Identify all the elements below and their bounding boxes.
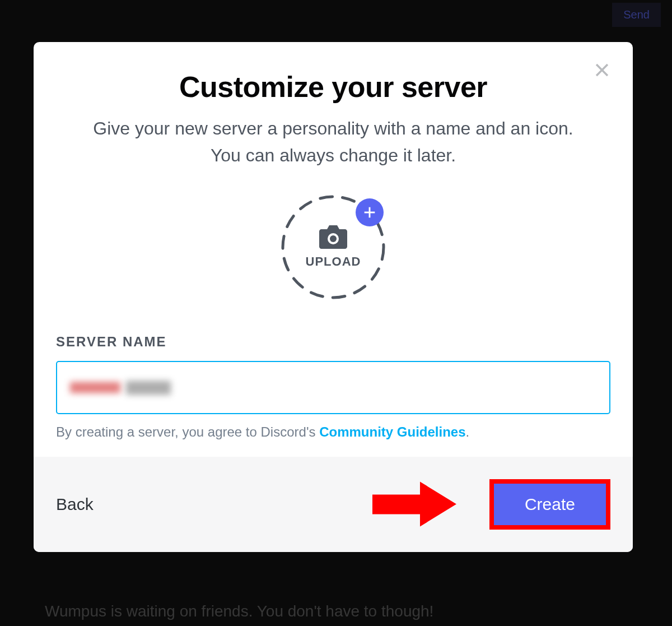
plus-icon bbox=[362, 205, 377, 220]
create-button[interactable]: Create bbox=[494, 484, 606, 525]
upload-icon-button[interactable]: UPLOAD bbox=[280, 194, 386, 300]
arrow-annotation-icon bbox=[372, 481, 456, 528]
community-guidelines-link[interactable]: Community Guidelines bbox=[319, 424, 465, 439]
tos-prefix: By creating a server, you agree to Disco… bbox=[56, 424, 319, 439]
close-button[interactable] bbox=[591, 59, 613, 81]
server-name-label: SERVER NAME bbox=[56, 334, 610, 350]
svg-marker-7 bbox=[372, 482, 456, 527]
modal-body: Customize your server Give your new serv… bbox=[34, 42, 633, 457]
close-icon bbox=[592, 61, 612, 80]
modal-title: Customize your server bbox=[56, 70, 610, 104]
server-name-input-wrapper bbox=[56, 361, 610, 414]
tos-suffix: . bbox=[466, 424, 470, 439]
create-button-highlight: Create bbox=[489, 479, 610, 530]
modal-footer: Back Create bbox=[34, 457, 633, 552]
tos-text: By creating a server, you agree to Disco… bbox=[56, 424, 610, 440]
background-send-button: Send bbox=[612, 3, 661, 27]
modal-subtitle: Give your new server a personality with … bbox=[90, 115, 577, 169]
plus-badge bbox=[356, 198, 384, 226]
server-name-input[interactable] bbox=[56, 361, 610, 414]
back-button[interactable]: Back bbox=[56, 495, 94, 514]
customize-server-modal: Customize your server Give your new serv… bbox=[34, 42, 633, 552]
background-wumpus-text: Wumpus is waiting on friends. You don't … bbox=[45, 602, 433, 620]
